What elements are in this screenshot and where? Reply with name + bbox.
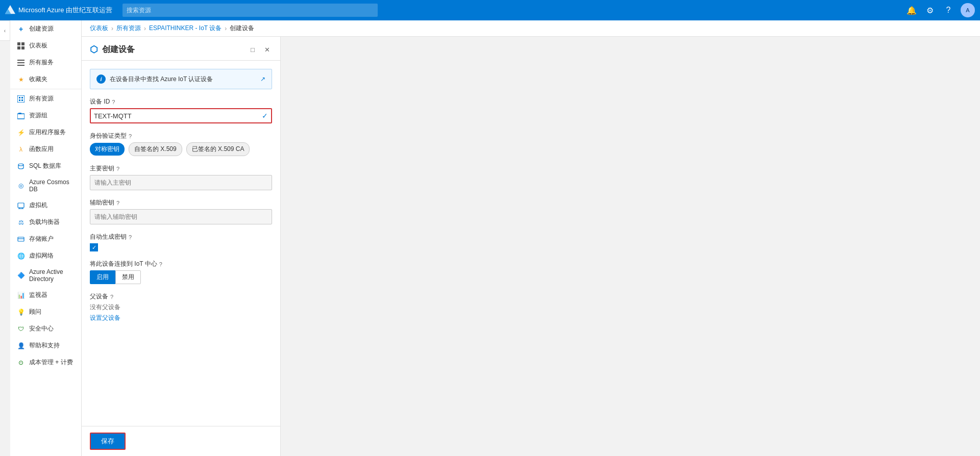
device-id-input-row[interactable]: ✓ [90, 108, 272, 123]
connect-hub-field-group: 将此设备连接到 IoT 中心 ? 启用 禁用 [90, 260, 272, 284]
sidebar-item-vm[interactable]: 虚拟机 [10, 197, 81, 214]
app-icon: ⚡ [17, 129, 25, 137]
breadcrumb-sep-3: › [225, 25, 227, 32]
secondary-key-input-row[interactable] [90, 209, 272, 224]
connect-hub-help-icon[interactable]: ? [159, 261, 162, 267]
vm-icon [17, 201, 25, 210]
panel-controls: □ ✕ [248, 44, 272, 55]
auto-generate-help-icon[interactable]: ? [129, 234, 132, 240]
help-icon[interactable]: ? [942, 4, 954, 16]
breadcrumb-sep-2: › [144, 25, 146, 32]
cost-icon: ⊙ [17, 359, 25, 367]
vnet-icon: 🌐 [17, 252, 25, 260]
settings-icon[interactable]: ⚙ [924, 4, 936, 16]
panel-title-icon: ⬡ [90, 44, 98, 55]
device-id-input[interactable] [94, 112, 262, 120]
auto-generate-field-group: 自动生成密钥 ? [90, 233, 272, 251]
parent-device-help-icon[interactable]: ? [110, 294, 113, 300]
device-id-field-group: 设备 ID ? ✓ [90, 97, 272, 123]
auto-generate-checkbox-field [90, 243, 272, 251]
sidebar-item-label: 应用程序服务 [29, 128, 66, 137]
sidebar-item-function-app[interactable]: λ 函数应用 [10, 141, 81, 158]
sidebar-collapse-button[interactable]: ‹ [0, 20, 10, 41]
sidebar-item-cosmos-db[interactable]: ◎ Azure Cosmos DB [10, 174, 81, 197]
svg-rect-1 [21, 42, 24, 45]
sidebar-item-label: 仪表板 [29, 41, 47, 50]
breadcrumb-all-resources[interactable]: 所有资源 [116, 24, 141, 33]
secondary-key-label: 辅助密钥 ? [90, 198, 272, 207]
sidebar-item-storage[interactable]: 存储账户 [10, 231, 81, 247]
connect-hub-toggle-group: 启用 禁用 [90, 270, 272, 284]
main-layout: ‹ + 创建资源 仪表板 所有服务 ★ 收藏夹 所有资源 [0, 20, 980, 456]
save-button[interactable]: 保存 [90, 433, 126, 450]
primary-key-help-icon[interactable]: ? [116, 166, 119, 172]
svg-rect-15 [18, 203, 24, 208]
sidebar-item-label: SQL 数据库 [29, 162, 61, 170]
primary-key-field-group: 主要密钥 ? [90, 164, 272, 190]
close-button[interactable]: ✕ [262, 44, 272, 55]
sidebar-item-aad[interactable]: 🔷 Azure Active Directory [10, 264, 81, 287]
svg-rect-5 [17, 62, 24, 63]
notification-icon[interactable]: 🔔 [905, 4, 918, 16]
sidebar-item-advisor[interactable]: 💡 顾问 [10, 303, 81, 320]
connect-hub-label: 将此设备连接到 IoT 中心 ? [90, 260, 272, 268]
cosmos-icon: ◎ [17, 182, 25, 190]
svg-rect-19 [18, 237, 24, 241]
resources-icon [17, 95, 25, 103]
primary-key-input[interactable] [94, 179, 267, 186]
sidebar-item-label: 创建资源 [29, 24, 54, 33]
auto-generate-checkbox[interactable] [90, 243, 98, 251]
breadcrumb-dashboard[interactable]: 仪表板 [90, 24, 108, 33]
auth-type-field-group: 身份验证类型 ? 对称密钥 自签名的 X.509 已签名的 X.509 CA [90, 132, 272, 156]
topbar-search[interactable] [122, 4, 378, 17]
device-id-help-icon[interactable]: ? [112, 99, 115, 105]
breadcrumb: 仪表板 › 所有资源 › ESPAITHINKER - IoT 设备 › 创建设… [82, 20, 980, 37]
sidebar-item-create-resource[interactable]: + 创建资源 [10, 20, 81, 37]
no-parent-text: 没有父设备 [90, 303, 272, 312]
sidebar-item-label: 成本管理 + 计费 [29, 358, 73, 367]
secondary-key-help-icon[interactable]: ? [116, 200, 119, 206]
auth-btn-x509-ca[interactable]: 已签名的 X.509 CA [186, 142, 250, 156]
sidebar-item-sql-db[interactable]: SQL 数据库 [10, 158, 81, 174]
auth-btn-symmetric[interactable]: 对称密钥 [90, 143, 125, 156]
maximize-button[interactable]: □ [248, 44, 258, 55]
secondary-key-input[interactable] [94, 213, 267, 220]
sidebar-item-label: 所有资源 [29, 94, 54, 103]
panel-wrapper: ⬡ 创建设备 □ ✕ i 在设备目录中查找 Azure IoT 认证设备 ↗ [82, 37, 980, 456]
toggle-disable[interactable]: 禁用 [115, 270, 141, 284]
info-banner-link[interactable]: ↗ [260, 75, 265, 83]
auth-btn-x509-self[interactable]: 自签名的 X.509 [129, 142, 182, 156]
input-check-icon: ✓ [262, 112, 268, 120]
sidebar-divider [10, 89, 81, 89]
sidebar-item-resource-group[interactable]: 资源组 [10, 107, 81, 124]
sidebar-item-cost[interactable]: ⊙ 成本管理 + 计费 [10, 354, 81, 371]
sidebar-item-label: 虚拟机 [29, 201, 47, 210]
sidebar-item-label: 帮助和支持 [29, 341, 60, 350]
breadcrumb-iot[interactable]: ESPAITHINKER - IoT 设备 [149, 24, 222, 33]
device-id-label: 设备 ID ? [90, 97, 272, 106]
create-device-panel: ⬡ 创建设备 □ ✕ i 在设备目录中查找 Azure IoT 认证设备 ↗ [82, 37, 281, 456]
topbar-logo-text: Microsoft Azure 由世纪互联运营 [18, 6, 112, 15]
lb-icon: ⚖ [17, 218, 25, 226]
star-icon: ★ [17, 75, 25, 84]
sidebar-item-app-services[interactable]: ⚡ 应用程序服务 [10, 124, 81, 141]
sidebar-item-monitor[interactable]: 📊 监视器 [10, 287, 81, 303]
sidebar-item-vnet[interactable]: 🌐 虚拟网络 [10, 247, 81, 264]
primary-key-input-row[interactable] [90, 175, 272, 190]
sidebar-item-favorites[interactable]: ★ 收藏夹 [10, 71, 81, 88]
svg-rect-7 [17, 95, 24, 103]
sidebar-item-all-resources[interactable]: 所有资源 [10, 90, 81, 107]
panel-header: ⬡ 创建设备 □ ✕ [82, 37, 280, 61]
sidebar-item-security[interactable]: 🛡 安全中心 [10, 320, 81, 337]
sidebar-item-all-services[interactable]: 所有服务 [10, 54, 81, 71]
user-avatar[interactable]: A [961, 3, 975, 17]
svg-rect-12 [17, 114, 24, 119]
svg-rect-6 [17, 65, 24, 66]
set-parent-link[interactable]: 设置父设备 [90, 314, 272, 322]
sidebar-item-dashboard[interactable]: 仪表板 [10, 37, 81, 54]
search-input[interactable] [122, 4, 378, 17]
auth-type-help-icon[interactable]: ? [129, 133, 132, 139]
toggle-enable[interactable]: 启用 [90, 270, 115, 284]
sidebar-item-load-balancer[interactable]: ⚖ 负载均衡器 [10, 214, 81, 231]
sidebar-item-support[interactable]: 👤 帮助和支持 [10, 337, 81, 354]
